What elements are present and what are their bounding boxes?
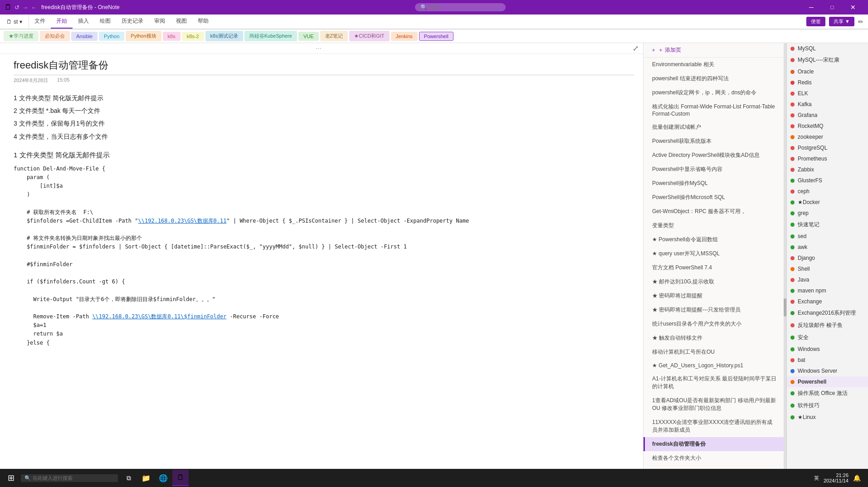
sidebar-item-★Docker[interactable]: ★Docker (787, 197, 868, 208)
page-tab-Ansible[interactable]: Ansible (71, 32, 98, 41)
page-list-item[interactable]: 11XXXXX会清空事业部XXXX清空通讯组的所有成员并添加新成员 (644, 415, 784, 437)
page-list-item[interactable]: freedisk自动管理备份 (644, 437, 784, 451)
sidebar-item-MySQL[interactable]: MySQL (787, 43, 868, 54)
titlebar-nav-back[interactable]: ↺ (15, 4, 20, 11)
search-input[interactable] (429, 4, 483, 10)
notebook-label[interactable]: 🗒 st ▾ (0, 15, 29, 29)
page-tab-老Z笔记[interactable]: 老Z笔记 (320, 31, 348, 41)
sidebar-item-操作系统-Office-激活[interactable]: 操作系统 Office 激活 (787, 387, 868, 399)
sidebar-item-awk[interactable]: awk (787, 242, 868, 253)
note-expand-button[interactable]: ⤢ (633, 44, 639, 53)
page-list-item[interactable]: 移动计算机到工号所在OU (644, 345, 784, 359)
page-list-item[interactable]: 1查看AD域OU是否有最新架构部门 移动用户到最新OU 修改事业部部门职位信息 (644, 394, 784, 415)
sidebar-item-MySQL----宋红康[interactable]: MySQL----宋红康 (787, 54, 868, 66)
ribbon-tab-绘图[interactable]: 绘图 (94, 15, 116, 29)
taskbar-search-area[interactable]: 🔍 (21, 474, 118, 482)
ribbon-tab-视图[interactable]: 视图 (171, 15, 192, 29)
sidebar-item-maven-npm[interactable]: maven npm (787, 285, 868, 296)
ribbon-tab-帮助[interactable]: 帮助 (192, 15, 214, 29)
sidebar-item-zookeeper[interactable]: zookeeper (787, 131, 868, 142)
page-list-item[interactable]: Get-WmiObject：RPC 服务器不可用， (644, 205, 784, 219)
taskbar-search-input[interactable] (33, 475, 114, 481)
page-list-item[interactable]: ★ 密码即将过期提醒 (644, 289, 784, 303)
page-tab-Python模块[interactable]: Python模块 (126, 31, 161, 41)
sidebar-item-grep[interactable]: grep (787, 208, 868, 219)
ribbon-tab-文件[interactable]: 文件 (29, 15, 51, 29)
sidebar-item-Redis[interactable]: Redis (787, 77, 868, 88)
page-list-item[interactable]: Powershell中显示省略号内容 (644, 162, 784, 176)
page-list-item[interactable]: ★ Powershell命令返回数组 (644, 233, 784, 247)
sidebar-item-Grafana[interactable]: Grafana (787, 110, 868, 121)
sidebar-item-快速笔记[interactable]: 快速笔记 (787, 219, 868, 231)
taskbar-app-edge[interactable]: 🌐 (155, 470, 171, 486)
sidebar-item-安全[interactable]: 安全 (787, 331, 868, 344)
share-button[interactable]: 共享 ▼ (829, 17, 854, 26)
ribbon-tab-插入[interactable]: 插入 (73, 15, 94, 29)
close-button[interactable]: ✕ (843, 0, 863, 15)
page-list-item[interactable]: Active Directory PowerShell模块收集AD信息 (644, 148, 784, 162)
sidebar-item-Kafka[interactable]: Kafka (787, 99, 868, 110)
page-list-item[interactable]: powershell设定网卡，ip，网关，dns的命令 (644, 86, 784, 100)
titlebar-nav-fwd[interactable]: → (22, 4, 28, 11)
page-list-item[interactable]: 检查各个文件夹大小 (644, 451, 784, 465)
page-list-item[interactable]: 格式化输出 Format-Wide Format-List Format-Tab… (644, 100, 784, 120)
page-tab-必知必会[interactable]: 必知必会 (40, 31, 70, 41)
page-list-add[interactable]: ＋ ＋ 添加页 (644, 43, 784, 58)
page-list-item[interactable]: 变量类型 (644, 219, 784, 233)
sidebar-item-Oracle[interactable]: Oracle (787, 66, 868, 77)
page-tab-k8s测试记录[interactable]: k8s测试记录 (205, 31, 243, 41)
ribbon-tab-开始[interactable]: 开始 (51, 15, 73, 29)
page-list-item[interactable]: Environmentvariable 相关 (644, 58, 784, 72)
page-list-item[interactable]: ★ 邮件达到10G,提示收取 (644, 275, 784, 289)
page-list-item[interactable]: 批量创建测试域帐户 (644, 120, 784, 134)
page-tab-Jenkins[interactable]: Jenkins (391, 32, 418, 41)
notification-icon[interactable]: 🔔 (853, 474, 861, 482)
ribbon-tab-审阅[interactable]: 审阅 (149, 15, 171, 29)
sidebar-item-RocketMQ[interactable]: RocketMQ (787, 121, 868, 131)
sidebar-item-bat[interactable]: bat (787, 355, 868, 365)
minimize-button[interactable]: ─ (801, 0, 822, 15)
page-list-item[interactable]: A1-计算机名和工号对应关系 最后登陆时间早于某日的计算机 (644, 372, 784, 394)
note-body[interactable]: 1 文件夹类型 简化版无邮件提示2 文件类型 *.bak 每天一个文件3 文件类… (0, 87, 643, 469)
page-tab-Python[interactable]: Python (99, 32, 124, 41)
edit-icon[interactable]: ✏ (858, 18, 863, 25)
page-tab-Powershell[interactable]: Powershell (419, 32, 454, 41)
page-list-item[interactable]: ★ 触发自动转移文件 (644, 331, 784, 345)
taskbar-app-taskview[interactable]: ⧉ (121, 470, 137, 486)
maximize-button[interactable]: □ (822, 0, 843, 15)
page-list-item[interactable]: PowerShell操作Microsoft SQL (644, 190, 784, 205)
page-list-item[interactable]: ★ Get_AD_Users_Logon_History.ps1 (644, 359, 784, 372)
page-tab-尚硅谷KubeSphere[interactable]: 尚硅谷KubeSphere (244, 31, 297, 41)
sidebar-item-Exchange[interactable]: Exchange (787, 296, 868, 307)
page-tab-★CICD和GIT[interactable]: ★CICD和GIT (349, 31, 389, 41)
sidebar-item-软件技巧[interactable]: 软件技巧 (787, 399, 868, 412)
page-list-item[interactable]: 官方文档 PowerShell 7.4 (644, 261, 784, 275)
sidebar-item-Django[interactable]: Django (787, 253, 868, 263)
sidebar-item-Java[interactable]: Java (787, 274, 868, 285)
sidebar-item-反垃圾邮件--梭子鱼[interactable]: 反垃圾邮件 梭子鱼 (787, 319, 868, 331)
sidebar-item-PostgreSQL[interactable]: PostgreSQL (787, 142, 868, 153)
sidebar-item-Prometheus[interactable]: Prometheus (787, 153, 868, 164)
sidebar-item-Windows[interactable]: Windows (787, 344, 868, 355)
page-list-item[interactable]: Powershell操作MySQL (644, 176, 784, 190)
sidebar-item-Windows-Server[interactable]: Windows Server (787, 365, 868, 376)
note-code[interactable]: function Del-And-Move-File { param ( [in… (14, 165, 634, 347)
sidebar-item-Exchange2016系列管理[interactable]: Exchange2016系列管理 (787, 307, 868, 319)
sidebar-item-sed[interactable]: sed (787, 231, 868, 242)
page-list-item[interactable]: Powershell获取系统版本 (644, 134, 784, 148)
taskbar-app-onenote[interactable]: 🗒 (172, 470, 189, 486)
page-list-item[interactable]: 统计users目录各个用户文件夹的大小 (644, 317, 784, 331)
page-list-item[interactable]: powershell 结束进程的四种写法 (644, 72, 784, 86)
page-list-item[interactable]: ★ 密码即将过期提醒---只发给管理员 (644, 303, 784, 317)
sidebar-item-ELK[interactable]: ELK (787, 88, 868, 99)
page-tab-VUE[interactable]: VUE (298, 32, 319, 41)
bianjiquan-button[interactable]: 便签 (806, 17, 825, 26)
sidebar-item-Zabbix[interactable]: Zabbix (787, 164, 868, 175)
page-tab-k8s[interactable]: k8s (163, 32, 180, 41)
page-tab-k8s-2[interactable]: k8s-2 (182, 32, 204, 41)
sidebar-item-GlusterFS[interactable]: GlusterFS (787, 175, 868, 186)
ribbon-tab-历史记录[interactable]: 历史记录 (116, 15, 149, 29)
sidebar-item-Powershell[interactable]: Powershell (787, 376, 868, 387)
titlebar-nav-back2[interactable]: ← (31, 4, 37, 11)
sidebar-item-ceph[interactable]: ceph (787, 186, 868, 197)
